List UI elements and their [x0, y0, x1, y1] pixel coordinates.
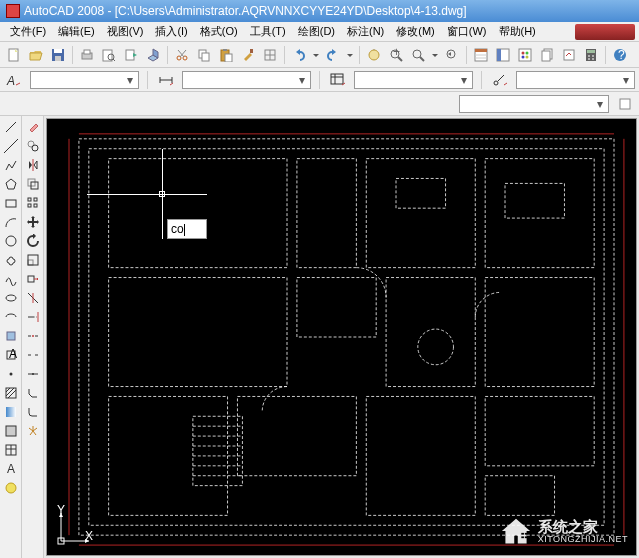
- mtext-icon[interactable]: A: [2, 460, 20, 478]
- menu-modify[interactable]: 修改(M): [390, 22, 441, 41]
- model-canvas[interactable]: [47, 119, 636, 555]
- plot-icon[interactable]: [77, 45, 97, 65]
- spline-icon[interactable]: [2, 270, 20, 288]
- polygon-icon[interactable]: [2, 175, 20, 193]
- cut-icon[interactable]: [172, 45, 192, 65]
- menu-help[interactable]: 帮助(H): [493, 22, 542, 41]
- quickcalc-icon[interactable]: [581, 45, 601, 65]
- dynamic-input[interactable]: co: [167, 219, 207, 239]
- offset-icon[interactable]: [24, 175, 42, 193]
- dimstyle-combo[interactable]: ▾: [182, 71, 311, 89]
- mleaderstyle-icon[interactable]: [490, 70, 510, 90]
- preview-icon[interactable]: [99, 45, 119, 65]
- svg-rect-121: [485, 476, 554, 516]
- markup-icon[interactable]: [559, 45, 579, 65]
- join-icon[interactable]: [24, 365, 42, 383]
- region-icon[interactable]: [2, 422, 20, 440]
- new-icon[interactable]: [4, 45, 24, 65]
- paste-icon[interactable]: [216, 45, 236, 65]
- copy-icon[interactable]: [194, 45, 214, 65]
- ellipse-arc-icon[interactable]: [2, 308, 20, 326]
- make-block-icon[interactable]: A: [2, 346, 20, 364]
- undo-dropdown-icon[interactable]: [311, 45, 321, 65]
- match-icon[interactable]: [238, 45, 258, 65]
- break-point-icon[interactable]: [24, 327, 42, 345]
- trim-icon[interactable]: [24, 289, 42, 307]
- chamfer-icon[interactable]: [24, 384, 42, 402]
- publish-icon[interactable]: [121, 45, 141, 65]
- dropdown-icon[interactable]: ▾: [620, 73, 632, 87]
- menu-insert[interactable]: 插入(I): [149, 22, 193, 41]
- svg-point-66: [6, 236, 16, 246]
- break-icon[interactable]: [24, 346, 42, 364]
- insert-block-icon[interactable]: [2, 327, 20, 345]
- menu-edit[interactable]: 编辑(E): [52, 22, 101, 41]
- mleaderstyle-combo[interactable]: ▾: [516, 71, 635, 89]
- stretch-icon[interactable]: [24, 270, 42, 288]
- zoom-window-icon[interactable]: [408, 45, 428, 65]
- blockeditor-icon[interactable]: [260, 45, 280, 65]
- rotate-icon[interactable]: [24, 232, 42, 250]
- dropdown-icon[interactable]: ▾: [124, 73, 136, 87]
- dropdown-icon[interactable]: ▾: [458, 73, 470, 87]
- separator: [359, 46, 360, 64]
- redo-icon[interactable]: [323, 45, 343, 65]
- point-icon[interactable]: [2, 365, 20, 383]
- undo-icon[interactable]: [289, 45, 309, 65]
- explode-icon[interactable]: [24, 422, 42, 440]
- addselected-icon[interactable]: [2, 479, 20, 497]
- circle-icon[interactable]: [2, 232, 20, 250]
- dropdown-icon[interactable]: ▾: [594, 97, 606, 111]
- svg-point-122: [418, 329, 454, 365]
- ellipse-icon[interactable]: [2, 289, 20, 307]
- erase-icon[interactable]: [24, 118, 42, 136]
- move-icon[interactable]: [24, 213, 42, 231]
- array-icon[interactable]: [24, 194, 42, 212]
- menu-dimension[interactable]: 标注(N): [341, 22, 390, 41]
- menu-window[interactable]: 窗口(W): [441, 22, 493, 41]
- drawing-area[interactable]: co X Y 系统之家 XITONGZHIJIA.NET: [46, 118, 637, 556]
- extend-icon[interactable]: [24, 308, 42, 326]
- save-icon[interactable]: [48, 45, 68, 65]
- layer-combo[interactable]: ▾: [459, 95, 609, 113]
- properties-icon[interactable]: [471, 45, 491, 65]
- toolpalette-icon[interactable]: [515, 45, 535, 65]
- tablestyle-combo[interactable]: ▾: [354, 71, 473, 89]
- dimstyle-icon[interactable]: [156, 70, 176, 90]
- menu-file[interactable]: 文件(F): [4, 22, 52, 41]
- menu-draw[interactable]: 绘图(D): [292, 22, 341, 41]
- redo-dropdown-icon[interactable]: [345, 45, 355, 65]
- xline-icon[interactable]: [2, 137, 20, 155]
- menu-tools[interactable]: 工具(T): [244, 22, 292, 41]
- menu-view[interactable]: 视图(V): [101, 22, 150, 41]
- designcenter-icon[interactable]: [493, 45, 513, 65]
- menu-format[interactable]: 格式(O): [194, 22, 244, 41]
- revcloud-icon[interactable]: [2, 251, 20, 269]
- fillet-icon[interactable]: [24, 403, 42, 421]
- open-icon[interactable]: [26, 45, 46, 65]
- copy-obj-icon[interactable]: [24, 137, 42, 155]
- line-icon[interactable]: [2, 118, 20, 136]
- svg-rect-61: [620, 99, 630, 109]
- arc-icon[interactable]: [2, 213, 20, 231]
- dropdown-icon[interactable]: ▾: [296, 73, 308, 87]
- table-icon[interactable]: [2, 441, 20, 459]
- zoom-previous-icon[interactable]: [442, 45, 462, 65]
- scale-icon[interactable]: [24, 251, 42, 269]
- textstyle-combo[interactable]: ▾: [30, 71, 139, 89]
- textstyle-icon[interactable]: A: [4, 70, 24, 90]
- 3dwf-icon[interactable]: [143, 45, 163, 65]
- sheetset-icon[interactable]: [537, 45, 557, 65]
- workspace: A A: [0, 116, 639, 558]
- layer-manager-icon[interactable]: [615, 94, 635, 114]
- mirror-icon[interactable]: [24, 156, 42, 174]
- pline-icon[interactable]: [2, 156, 20, 174]
- rectangle-icon[interactable]: [2, 194, 20, 212]
- gradient-icon[interactable]: [2, 403, 20, 421]
- hatch-icon[interactable]: [2, 384, 20, 402]
- tablestyle-icon[interactable]: [328, 70, 348, 90]
- zoom-realtime-icon[interactable]: +: [386, 45, 406, 65]
- help-icon[interactable]: ?: [610, 45, 630, 65]
- zoom-dropdown-icon[interactable]: [430, 45, 440, 65]
- pan-icon[interactable]: [364, 45, 384, 65]
